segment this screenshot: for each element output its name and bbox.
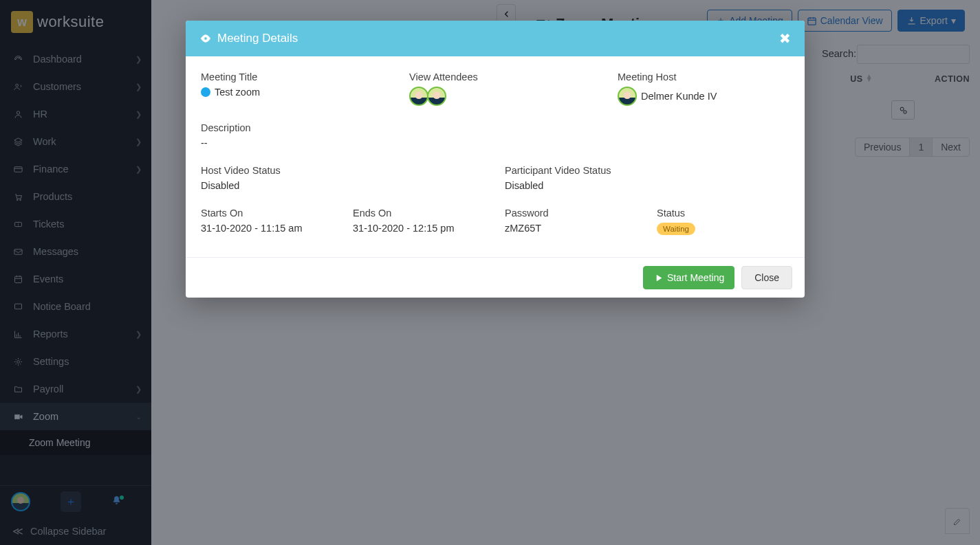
eye-icon	[199, 32, 212, 45]
start-meeting-label: Start Meeting	[667, 272, 724, 283]
modal-body: Meeting Title Test zoom View Attendees M…	[186, 56, 805, 257]
meeting-title-value: Test zoom	[201, 87, 390, 98]
starts-on-value: 31-10-2020 - 11:15 am	[201, 223, 334, 234]
ends-on-label: Ends On	[353, 208, 486, 219]
status-badge: Waiting	[657, 223, 695, 235]
participant-video-label: Participant Video Status	[505, 165, 790, 176]
modal-title: Meeting Details	[217, 32, 298, 45]
attendee-avatar[interactable]	[427, 87, 446, 106]
close-button[interactable]: Close	[741, 266, 792, 289]
status-dot-icon	[201, 87, 210, 97]
attendees-label: View Attendees	[409, 71, 598, 82]
modal-footer: Start Meeting Close	[186, 257, 805, 298]
modal-header: Meeting Details ✖	[186, 21, 805, 56]
starts-on-label: Starts On	[201, 208, 334, 219]
description-label: Description	[201, 122, 790, 133]
participant-video-value: Disabled	[505, 180, 790, 191]
password-label: Password	[505, 208, 638, 219]
attendee-avatar[interactable]	[409, 87, 428, 106]
description-value: --	[201, 137, 790, 148]
host-label: Meeting Host	[618, 71, 790, 82]
host-video-value: Disabled	[201, 180, 486, 191]
play-icon	[653, 273, 664, 283]
status-label: Status	[657, 208, 790, 219]
meeting-details-modal: Meeting Details ✖ Meeting Title Test zoo…	[186, 21, 805, 298]
attendees-value	[409, 87, 598, 106]
password-value: zMZ65T	[505, 223, 638, 234]
ends-on-value: 31-10-2020 - 12:15 pm	[353, 223, 486, 234]
modal-close-button[interactable]: ✖	[779, 30, 791, 47]
meeting-title-label: Meeting Title	[201, 71, 390, 82]
host-value: Delmer Kunde IV	[618, 87, 790, 106]
host-video-label: Host Video Status	[201, 165, 486, 176]
start-meeting-button[interactable]: Start Meeting	[643, 266, 734, 289]
host-avatar[interactable]	[618, 87, 637, 106]
